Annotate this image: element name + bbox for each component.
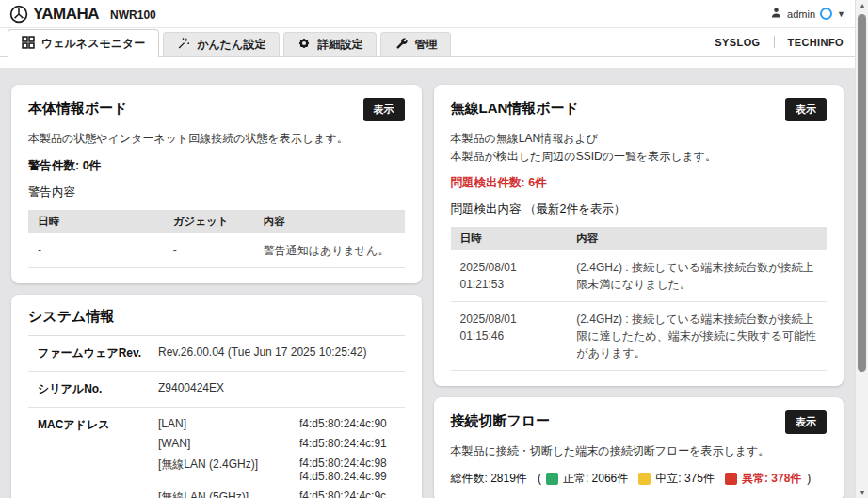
cell-date: - <box>28 233 164 268</box>
left-column: 本体情報ボード 表示 本製品の状態やインターネット回線接続の状態を表示します。 … <box>11 85 422 498</box>
card-main-info-board: 本体情報ボード 表示 本製品の状態やインターネット回線接続の状態を表示します。 … <box>11 85 422 283</box>
card-wlan-info-board: 無線LAN情報ボード 表示 本製品の無線LAN情報および 本製品が検出した周辺の… <box>434 85 844 386</box>
gear-icon <box>297 37 311 53</box>
issue-count: 問題検出件数: 6件 <box>451 175 828 191</box>
cell-gadget: - <box>164 233 254 268</box>
divider <box>774 36 775 48</box>
main-content: 本体情報ボード 表示 本製品の状態やインターネット回線接続の状態を表示します。 … <box>0 68 855 498</box>
legend-square-normal <box>546 473 558 485</box>
user-status-ring <box>820 8 832 20</box>
scroll-up-arrow-icon[interactable]: ▲ <box>856 2 868 8</box>
warning-content-label: 警告内容 <box>28 185 405 201</box>
cell-content: 警告通知はありません。 <box>254 233 405 268</box>
toolbar-links: SYSLOG TECHINFO <box>715 27 844 56</box>
card-description: 本製品に接続・切断した端末の接続切断フローを表示します。 <box>451 442 828 460</box>
total-count: 総件数: 2819件 <box>451 471 527 487</box>
model-name: NWR100 <box>110 8 156 22</box>
warning-count: 警告件数: 0件 <box>28 158 405 174</box>
syslog-link[interactable]: SYSLOG <box>715 37 760 48</box>
mac-value: f4:d5:80:24:4c:91 <box>299 437 387 450</box>
mac-entry: [無線LAN (2.4GHz)] f4:d5:80:24:4c:98 f4:d5… <box>158 457 405 483</box>
wrench-icon <box>394 37 408 53</box>
brand-name: YAMAHA <box>33 5 99 24</box>
column-header: 日時 <box>28 210 164 233</box>
card-connection-flow: 接続切断フロー 表示 本製品に接続・切断した端末の接続切断フローを表示します。 … <box>434 397 844 498</box>
table-row: 2025/08/01 01:21:53 (2.4GHz) : 接続している端末接… <box>451 250 828 302</box>
cell-date: 2025/08/01 01:21:53 <box>451 250 568 302</box>
scroll-down-arrow-icon[interactable]: ▼ <box>856 490 868 496</box>
tab-detailed-settings[interactable]: 詳細設定 <box>283 32 377 56</box>
desc-line: 本製品が検出した周辺のSSIDの一覧を表示します。 <box>451 150 717 163</box>
mac-interface: [無線LAN (2.4GHz)] <box>158 457 299 483</box>
card-title: 本体情報ボード <box>28 98 128 118</box>
scrollbar-thumb[interactable] <box>858 14 866 372</box>
row-value: Z9400424EX <box>158 381 224 394</box>
tabs: ウェルネスモニター かんたん設定 <box>8 29 451 56</box>
system-info-rows: ファームウェアRev. Rev.26.00.04 (Tue Jun 17 202… <box>28 336 405 498</box>
desc-line: 本製品の無線LAN情報および <box>451 132 598 145</box>
tab-label: ウェルネスモニター <box>41 36 145 52</box>
tab-wellness-monitor[interactable]: ウェルネスモニター <box>8 29 159 57</box>
chevron-down-icon: ▼ <box>837 9 845 19</box>
cell-content: (2.4GHz) : 接続している端末接続台数が接続上限に達したため、端末が接続… <box>567 302 827 371</box>
dashboard-icon <box>22 36 35 52</box>
legend-square-neutral <box>638 473 651 485</box>
table-row: - - 警告通知はありません。 <box>28 233 405 268</box>
yamaha-logo-icon <box>9 5 28 24</box>
row-label: シリアルNo. <box>38 381 158 397</box>
column-header: 日時 <box>451 227 568 250</box>
paren: ( <box>538 472 541 485</box>
card-system-info: システム情報 ファームウェアRev. Rev.26.00.04 (Tue Jun… <box>11 295 422 498</box>
brand: YAMAHA NWR100 <box>9 5 156 24</box>
legend-square-abnormal <box>725 473 737 485</box>
tab-label: 詳細設定 <box>317 37 362 53</box>
right-column: 無線LAN情報ボード 表示 本製品の無線LAN情報および 本製品が検出した周辺の… <box>434 85 844 498</box>
techinfo-link[interactable]: TECHINFO <box>788 37 844 48</box>
app-header: YAMAHA NWR100 admin ▼ <box>0 0 868 28</box>
card-description: 本製品の状態やインターネット回線接続の状態を表示します。 <box>28 130 405 148</box>
user-name: admin <box>787 8 815 20</box>
tab-label: 管理 <box>414 37 437 53</box>
mac-value: f4:d5:80:24:4c:9c f4:d5:80:24:4c:9d <box>299 490 405 498</box>
legend-abnormal: 異常: 378件 ) <box>725 471 811 487</box>
issue-content-label: 問題検出内容 （最新2件を表示） <box>451 201 828 217</box>
column-header: ガジェット <box>164 210 254 233</box>
mac-entry: [無線LAN (5GHz)] f4:d5:80:24:4c:9c f4:d5:8… <box>158 490 405 498</box>
row-label: ファームウェアRev. <box>38 345 158 361</box>
user-menu[interactable]: admin ▼ <box>770 7 845 21</box>
mac-entry: [LAN] f4:d5:80:24:4c:90 <box>158 417 405 430</box>
mac-entry: [WAN] f4:d5:80:24:4c:91 <box>158 437 405 450</box>
card-title: 接続切断フロー <box>451 410 551 430</box>
tab-management[interactable]: 管理 <box>380 32 451 56</box>
legend-label: 中立: 375件 <box>655 471 715 487</box>
card-title: 無線LAN情報ボード <box>451 98 580 118</box>
row-mac-address: MACアドレス [LAN] f4:d5:80:24:4c:90 [WAN] f4… <box>28 408 405 498</box>
row-firmware: ファームウェアRev. Rev.26.00.04 (Tue Jun 17 202… <box>28 336 405 372</box>
column-header: 内容 <box>254 210 405 233</box>
card-description: 本製品の無線LAN情報および 本製品が検出した周辺のSSIDの一覧を表示します。 <box>451 130 828 165</box>
legend-normal: ( 正常: 2066件 <box>538 471 628 487</box>
mac-interface: [無線LAN (5GHz)] <box>158 490 299 498</box>
user-icon <box>770 7 782 21</box>
cell-content: (2.4GHz) : 接続している端末接続台数が接続上限未満になりました。 <box>567 250 827 302</box>
warning-table: 日時 ガジェット 内容 - - 警告通知はありません。 <box>28 210 405 268</box>
mac-interface: [WAN] <box>158 437 299 450</box>
tab-label: かんたん設定 <box>197 37 265 53</box>
legend-label: 正常: 2066件 <box>563 471 628 487</box>
issue-table: 日時 内容 2025/08/01 01:21:53 (2.4GHz) : 接続し… <box>451 227 828 371</box>
mac-interface: [LAN] <box>158 417 299 430</box>
row-label: MACアドレス <box>38 417 158 433</box>
row-value: Rev.26.00.04 (Tue Jun 17 2025 10:25:42) <box>158 345 367 359</box>
legend-neutral: 中立: 375件 <box>638 471 715 487</box>
cell-date: 2025/08/01 01:15:46 <box>451 302 568 371</box>
card-title: システム情報 <box>28 308 405 336</box>
flow-stats: 総件数: 2819件 ( 正常: 2066件 中立: 375件 異常: 378件… <box>451 471 828 487</box>
magic-wand-icon <box>177 37 190 53</box>
show-button[interactable]: 表示 <box>785 410 827 434</box>
scrollbar[interactable]: ▲ ▼ <box>855 0 868 498</box>
paren: ) <box>807 472 811 485</box>
show-button[interactable]: 表示 <box>363 98 405 121</box>
show-button[interactable]: 表示 <box>785 98 827 121</box>
tab-easy-settings[interactable]: かんたん設定 <box>163 32 280 56</box>
mac-value: f4:d5:80:24:4c:90 <box>299 417 387 430</box>
